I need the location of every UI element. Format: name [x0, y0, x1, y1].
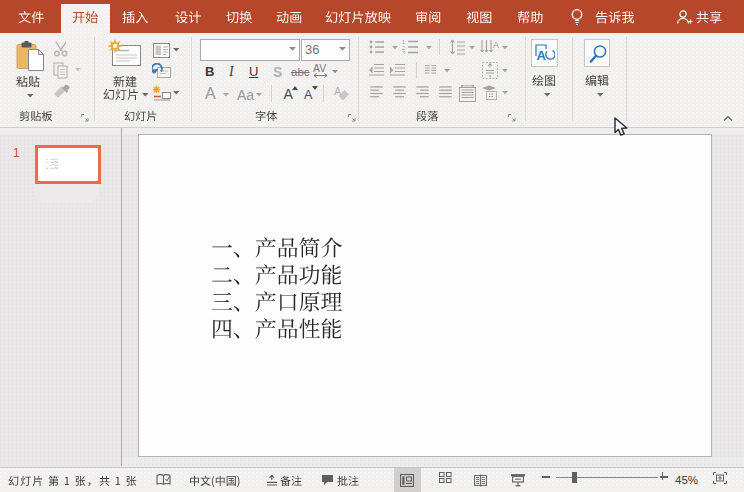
svg-text:A: A: [493, 40, 499, 50]
svg-text:3: 3: [402, 50, 405, 55]
svg-text:AV: AV: [313, 63, 326, 74]
svg-text:A: A: [537, 48, 547, 62]
